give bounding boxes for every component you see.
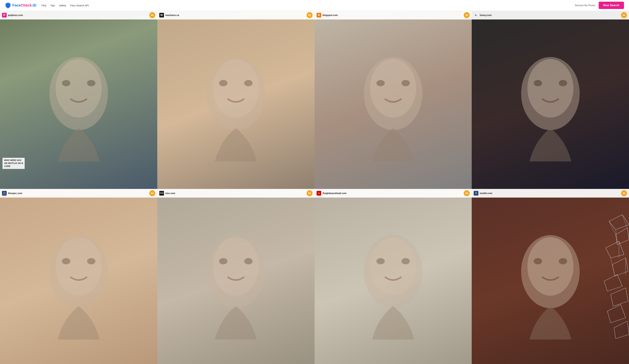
site-name: tumblr.com [480,192,492,194]
site-name: theglobeandmail.com [322,192,347,194]
site-info: THESPEC thespec.com [2,191,22,195]
svg-point-14 [527,59,573,117]
svg-point-12 [402,80,410,86]
nav-faq[interactable]: FAQ [41,4,46,7]
svg-point-23 [219,258,227,264]
svg-point-24 [244,258,253,264]
svg-point-10 [370,59,416,117]
svg-point-16 [559,80,567,86]
svg-point-8 [244,80,253,86]
site-favicon: THESPEC [2,191,7,195]
svg-point-4 [87,80,95,86]
logo-text: FaceCheck.ID [12,3,36,7]
site-info: h. heavy.com [474,13,491,17]
header-left: 👤 FaceCheck.ID FAQ Tips Safety Face Sear… [5,2,89,8]
face-figure [0,189,157,364]
card-text-overlay: WHO HERE HASON NETFLIX OH NCORE [2,158,25,169]
card-header: THESPEC thespec.com 84 [0,189,157,197]
nav-tips[interactable]: Tips [50,4,55,7]
svg-point-2 [56,59,102,117]
score-badge: 84 [149,190,155,196]
site-name: thespec.com [8,192,22,194]
face-figure [472,189,629,364]
site-info: 🍁 theglobeandmail.com [316,191,347,195]
site-info: B blogspot.com [316,13,338,17]
score-badge: 84 [621,12,627,18]
svg-point-32 [559,258,567,264]
svg-point-11 [376,80,385,86]
svg-point-28 [402,258,410,264]
results-grid: P popbuzz.com 99 WHO HERE HASON NETFLIX … [0,11,629,364]
face-figure [157,189,314,364]
svg-point-7 [219,80,227,86]
svg-point-6 [213,59,259,117]
face-figure [157,11,314,189]
site-name: blogspot.com [322,14,338,16]
card-header: h. heavy.com 84 [472,11,629,19]
header-right: Remove My Photos New Search [575,2,624,9]
score-badge: 85 [307,12,313,18]
site-favicon: t [474,191,478,195]
card-header: P popbuzz.com 99 [0,11,157,19]
card-header: VICE vice.com 84 [157,189,314,197]
svg-point-30 [527,237,573,296]
site-favicon: 🍁 [316,191,321,195]
site-info: t tumblr.com [474,191,492,195]
svg-point-22 [213,237,259,296]
site-info: M macleans.ca [159,13,179,17]
result-card[interactable]: THESPEC thespec.com 84 [0,189,157,364]
svg-point-15 [534,80,542,86]
site-name: heavy.com [480,14,491,16]
face-figure [472,11,629,189]
score-badge: 84 [464,12,470,18]
site-favicon: h. [474,13,478,17]
logo[interactable]: 👤 FaceCheck.ID [5,2,36,8]
svg-point-31 [534,258,542,264]
site-info: P popbuzz.com [2,13,23,17]
site-favicon: B [316,13,321,17]
result-card[interactable]: t tumblr.com 84 [472,189,629,364]
nav-face-search-api[interactable]: Face Search API [70,4,89,7]
svg-point-26 [370,237,416,296]
result-card[interactable]: M macleans.ca 85 [157,11,314,189]
result-card[interactable]: P popbuzz.com 99 WHO HERE HASON NETFLIX … [0,11,157,189]
site-name: macleans.ca [165,14,179,16]
site-favicon: M [159,13,164,17]
card-header: B blogspot.com 84 [314,11,472,19]
score-badge: 99 [149,12,155,18]
face-figure [314,11,472,189]
results-grid-container: P popbuzz.com 99 WHO HERE HASON NETFLIX … [0,11,629,364]
main-nav: FAQ Tips Safety Face Search API [41,4,89,7]
svg-point-20 [87,258,95,264]
svg-text:👤: 👤 [7,4,10,7]
card-header: t tumblr.com 84 [472,189,629,197]
score-badge: 84 [307,190,313,196]
site-favicon: VICE [159,191,164,195]
site-favicon: P [2,13,7,17]
site-info: VICE vice.com [159,191,175,195]
result-card[interactable]: 🍁 theglobeandmail.com 84 [314,189,472,364]
card-header: M macleans.ca 85 [157,11,314,19]
svg-point-3 [62,80,70,86]
main-header: 👤 FaceCheck.ID FAQ Tips Safety Face Sear… [0,0,629,11]
site-name: vice.com [165,192,175,194]
score-badge: 84 [464,190,470,196]
svg-point-19 [62,258,70,264]
remove-photos-link[interactable]: Remove My Photos [575,4,595,7]
face-figure [314,189,472,364]
logo-shield-icon: 👤 [5,2,11,8]
card-header: 🍁 theglobeandmail.com 84 [314,189,472,197]
svg-point-18 [56,237,102,296]
result-card[interactable]: h. heavy.com 84 [472,11,629,189]
site-name: popbuzz.com [8,14,23,16]
nav-safety[interactable]: Safety [59,4,66,7]
svg-point-27 [376,258,385,264]
score-badge: 84 [621,190,627,196]
result-card[interactable]: VICE vice.com 84 [157,189,314,364]
new-search-button[interactable]: New Search [599,2,624,9]
result-card[interactable]: B blogspot.com 84 [314,11,472,189]
